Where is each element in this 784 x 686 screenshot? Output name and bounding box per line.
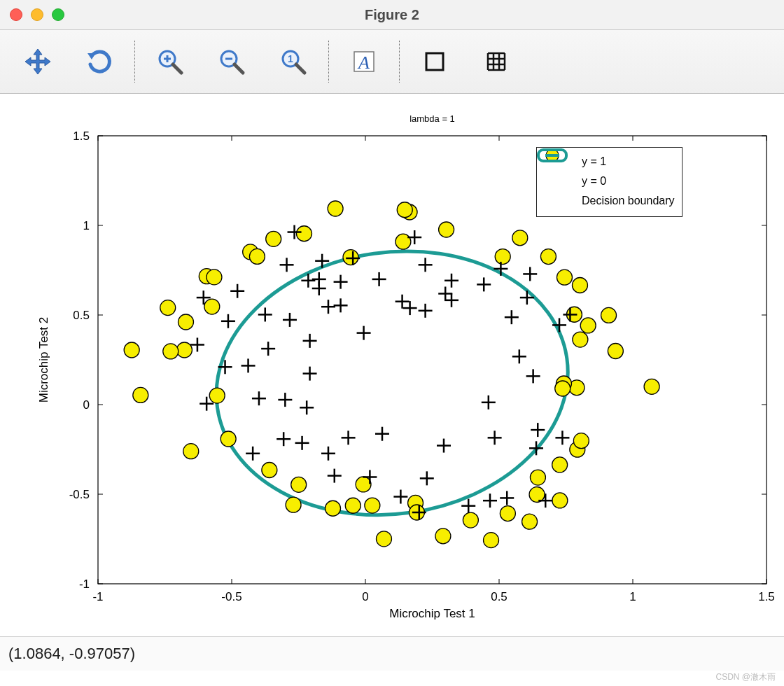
- svg-point-86: [326, 500, 341, 516]
- svg-text:-1: -1: [92, 590, 103, 603]
- svg-text:1.5: 1.5: [73, 130, 90, 143]
- svg-point-99: [530, 470, 545, 485]
- svg-point-75: [160, 300, 176, 316]
- svg-point-117: [495, 249, 510, 265]
- svg-point-64: [178, 314, 193, 330]
- svg-point-81: [220, 431, 236, 447]
- rectangle-icon: [421, 48, 449, 76]
- toolbar-separator: [328, 41, 329, 83]
- pan-button[interactable]: [21, 45, 55, 78]
- svg-rect-14: [426, 53, 443, 70]
- zoom-out-button[interactable]: [215, 45, 248, 78]
- svg-marker-0: [25, 49, 50, 74]
- plot-area[interactable]: lambda = 1-1-0.500.511.5-1-0.500.511.5Mi…: [0, 94, 784, 638]
- toolbar-separator: [134, 41, 135, 83]
- svg-point-69: [328, 201, 343, 216]
- rectangle-button[interactable]: [418, 45, 451, 78]
- svg-text:0.5: 0.5: [73, 309, 90, 322]
- svg-point-63: [200, 229, 585, 537]
- grid-icon: [482, 48, 510, 76]
- svg-point-97: [522, 514, 538, 529]
- svg-point-101: [552, 457, 568, 472]
- svg-point-74: [204, 299, 220, 314]
- svg-text:1: 1: [83, 219, 90, 232]
- svg-marker-1: [88, 53, 95, 59]
- svg-text:lambda = 1: lambda = 1: [410, 113, 455, 124]
- zoom-out-icon: [218, 48, 246, 76]
- svg-point-88: [356, 477, 371, 492]
- svg-point-115: [556, 270, 572, 285]
- cursor-coordinates: (1.0864, -0.97057): [8, 645, 135, 663]
- svg-point-80: [183, 444, 199, 459]
- svg-point-67: [266, 231, 281, 246]
- svg-text:Microchip Test 2: Microchip Test 2: [37, 317, 50, 403]
- svg-point-68: [296, 226, 312, 241]
- zoom-reset-icon: 1: [279, 48, 307, 76]
- svg-text:-0.5: -0.5: [221, 590, 241, 603]
- pan-icon: [24, 48, 52, 76]
- window-title: Figure 2: [0, 7, 784, 23]
- svg-point-116: [512, 230, 528, 246]
- svg-point-89: [365, 498, 380, 513]
- svg-point-120: [397, 202, 412, 218]
- svg-text:1: 1: [629, 590, 636, 603]
- zoom-reset-button[interactable]: 1: [276, 45, 310, 78]
- svg-point-114: [540, 249, 556, 265]
- svg-point-77: [163, 344, 178, 359]
- svg-point-76: [176, 342, 192, 358]
- svg-point-96: [500, 506, 515, 522]
- svg-point-110: [608, 344, 623, 359]
- titlebar: Figure 2: [0, 0, 784, 30]
- svg-text:0.5: 0.5: [491, 590, 507, 603]
- svg-text:0: 0: [83, 398, 90, 412]
- svg-point-90: [376, 531, 391, 547]
- rotate-button[interactable]: [83, 45, 116, 78]
- text-annotation-button[interactable]: A: [347, 45, 381, 78]
- toolbar: 1 A: [0, 30, 784, 94]
- svg-point-92: [435, 528, 451, 544]
- svg-point-94: [484, 533, 499, 548]
- svg-point-78: [124, 342, 139, 358]
- svg-point-119: [396, 234, 411, 249]
- svg-point-84: [291, 477, 307, 492]
- toolbar-separator: [399, 41, 400, 83]
- grid-button[interactable]: [479, 45, 513, 78]
- svg-point-85: [286, 497, 301, 512]
- svg-point-108: [580, 318, 596, 333]
- svg-point-95: [463, 512, 478, 528]
- svg-text:-0.5: -0.5: [69, 488, 90, 501]
- svg-point-83: [262, 463, 277, 478]
- svg-point-100: [552, 493, 568, 508]
- svg-text:Microchip Test 1: Microchip Test 1: [389, 607, 475, 620]
- svg-point-71: [343, 250, 358, 265]
- legend[interactable]: y = 1y = 0Decision boundary: [536, 147, 682, 217]
- svg-point-112: [572, 277, 587, 293]
- statusbar: (1.0864, -0.97057): [0, 636, 784, 671]
- zoom-in-icon: [156, 48, 184, 76]
- zoom-in-button[interactable]: [153, 45, 187, 78]
- svg-point-103: [573, 433, 589, 449]
- svg-line-10: [296, 64, 304, 73]
- svg-text:A: A: [357, 52, 370, 73]
- svg-text:-1: -1: [79, 578, 90, 591]
- svg-point-106: [555, 381, 570, 396]
- rotate-icon: [85, 48, 113, 76]
- svg-text:0: 0: [362, 590, 368, 603]
- text-icon: A: [350, 48, 378, 76]
- svg-point-73: [206, 270, 222, 285]
- svg-text:1: 1: [288, 53, 293, 64]
- svg-point-79: [133, 387, 148, 402]
- svg-point-107: [573, 332, 588, 347]
- watermark: CSDN @澈木雨: [715, 671, 776, 683]
- svg-point-109: [601, 307, 617, 323]
- svg-line-3: [173, 64, 181, 73]
- svg-point-72: [249, 248, 265, 264]
- svg-point-118: [439, 222, 454, 237]
- svg-point-87: [345, 498, 360, 513]
- svg-point-82: [209, 388, 225, 403]
- svg-line-7: [234, 64, 243, 73]
- svg-point-111: [644, 379, 659, 394]
- svg-text:1.5: 1.5: [758, 590, 775, 603]
